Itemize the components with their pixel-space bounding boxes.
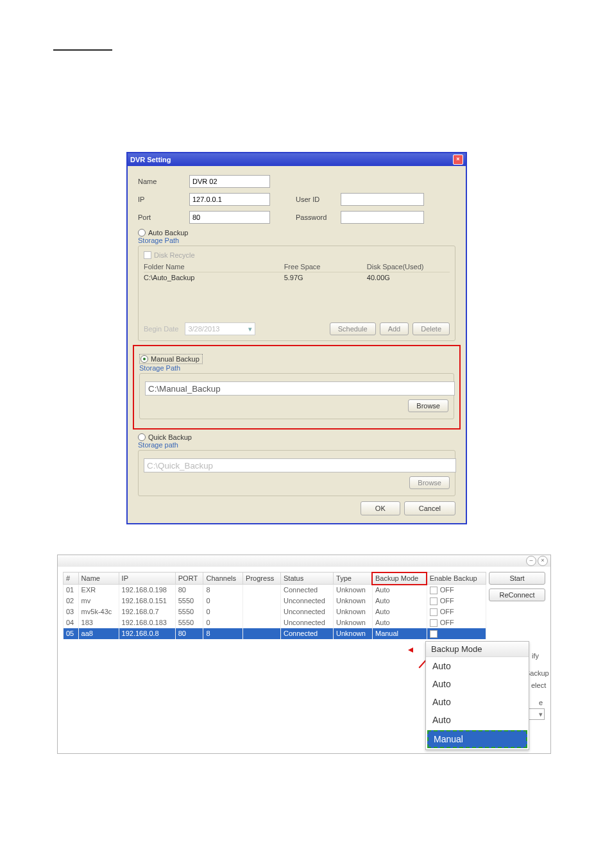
table-cell: 192.168.0.151 — [119, 596, 175, 606]
hdr-backup-mode[interactable]: Backup Mode — [372, 572, 427, 585]
dialog-titlebar[interactable]: DVR Setting × — [128, 153, 466, 166]
table-cell: Unknown — [334, 628, 373, 639]
begin-date-input[interactable]: 3/28/2013 ▾ — [185, 322, 255, 335]
table-row[interactable]: 04183192.168.0.18355500UnconnectedUnknow… — [64, 617, 486, 628]
userid-input[interactable] — [341, 193, 424, 206]
manual-storage-legend: Storage Path — [139, 364, 454, 372]
table-cell: Connected — [281, 585, 334, 596]
quick-path-input[interactable] — [144, 458, 456, 472]
table-cell: Unknown — [334, 606, 373, 617]
cell-used: 40.00G — [367, 274, 450, 281]
backup-mode-menu-title: Backup Mode — [426, 642, 529, 657]
radio-quick-backup[interactable]: Quick Backup — [138, 433, 455, 441]
disk-recycle-label: Disk Recycle — [154, 251, 195, 259]
radio-auto-backup[interactable]: Auto Backup — [138, 229, 455, 237]
table-row[interactable]: 01EXR192.168.0.198808ConnectedUnknownAut… — [64, 585, 486, 596]
enable-backup-cell[interactable]: OFF — [427, 606, 486, 617]
table-cell: 192.168.0.183 — [119, 617, 175, 628]
hdr-progress[interactable]: Progress — [243, 572, 281, 585]
hdr-name[interactable]: Name — [78, 572, 119, 585]
table-cell: Unknown — [334, 617, 373, 628]
enable-backup-cell[interactable] — [427, 628, 486, 639]
radio-manual-backup[interactable]: Manual Backup — [139, 354, 203, 364]
label-port: Port — [138, 213, 189, 221]
menu-item-auto[interactable]: Auto — [426, 693, 529, 711]
table-cell: 5550 — [175, 617, 203, 628]
radio-icon — [140, 355, 148, 363]
table-row[interactable]: 03mv5k-43c192.168.0.755500UnconnectedUnk… — [64, 606, 486, 617]
manual-path-input[interactable] — [145, 381, 455, 396]
checkbox-icon — [144, 251, 151, 259]
hdr-ip[interactable]: IP — [119, 572, 175, 585]
table-cell: Connected — [281, 628, 334, 639]
table-row[interactable]: 02mv192.168.0.15155500UnconnectedUnknown… — [64, 596, 486, 606]
enable-backup-cell[interactable]: OFF — [427, 585, 486, 596]
radio-quick-label: Quick Backup — [148, 433, 192, 441]
ip-input[interactable] — [189, 193, 270, 206]
disk-recycle-checkbox[interactable]: Disk Recycle — [144, 251, 450, 259]
close-icon[interactable]: × — [538, 556, 548, 566]
delete-button[interactable]: Delete — [412, 322, 450, 335]
checkbox-icon[interactable] — [430, 587, 438, 594]
label-password: Password — [296, 213, 341, 221]
menu-item-auto[interactable]: Auto — [426, 657, 529, 675]
manual-storage-fieldset: Browse — [139, 373, 454, 419]
start-button[interactable]: Start — [489, 572, 545, 585]
hdr-status[interactable]: Status — [281, 572, 334, 585]
menu-item-auto[interactable]: Auto — [426, 675, 529, 693]
radio-icon — [138, 229, 146, 237]
table-cell: 02 — [64, 596, 79, 606]
table-cell: mv — [78, 596, 119, 606]
side-label-select[interactable]: elect — [531, 681, 546, 689]
backup-mode-menu: Backup Mode Auto Auto Auto Auto Manual — [425, 641, 529, 750]
hdr-port[interactable]: PORT — [175, 572, 203, 585]
port-input[interactable] — [189, 211, 270, 224]
name-input[interactable] — [189, 175, 270, 188]
radio-manual-label: Manual Backup — [151, 355, 200, 363]
table-cell: 03 — [64, 606, 79, 617]
table-cell: Unconnected — [281, 617, 334, 628]
menu-item-manual-selected[interactable]: Manual — [427, 730, 527, 748]
close-icon[interactable]: × — [453, 154, 463, 165]
auto-storage-fieldset: Disk Recycle Folder Name Free Space Disk… — [138, 246, 455, 341]
quick-browse-button[interactable]: Browse — [409, 476, 450, 489]
table-cell: Auto — [372, 585, 427, 596]
table-cell: 01 — [64, 585, 79, 596]
checkbox-icon[interactable] — [430, 608, 438, 616]
checkbox-icon[interactable] — [430, 619, 438, 627]
add-button[interactable]: Add — [380, 322, 409, 335]
hdr-enable-backup[interactable]: Enable Backup — [427, 572, 486, 585]
table-cell: 80 — [175, 628, 203, 639]
table-cell: 0 — [203, 617, 243, 628]
side-label-e: e — [539, 699, 543, 706]
dvr-table: # Name IP PORT Channels Progress Status … — [63, 572, 486, 639]
table-row[interactable]: 05aa8192.168.0.8808ConnectedUnknownManua… — [64, 628, 486, 639]
row-port: Port Password — [138, 211, 455, 224]
reconnect-button[interactable]: ReConnect — [489, 588, 545, 601]
enable-backup-cell[interactable]: OFF — [427, 596, 486, 606]
checkbox-icon[interactable] — [430, 630, 438, 638]
cancel-button[interactable]: Cancel — [404, 501, 455, 515]
table-cell: aa8 — [78, 628, 119, 639]
table-cell — [243, 606, 281, 617]
quick-storage-fieldset: Browse — [138, 450, 455, 496]
enable-backup-cell[interactable]: OFF — [427, 617, 486, 628]
checkbox-icon[interactable] — [430, 597, 438, 605]
folder-table-row[interactable]: C:\Auto_Backup 5.97G 40.00G — [144, 272, 450, 283]
hdr-channels[interactable]: Channels — [203, 572, 243, 585]
hdr-free: Free Space — [284, 263, 367, 271]
schedule-button[interactable]: Schedule — [330, 322, 376, 335]
side-label-ify[interactable]: ify — [532, 652, 539, 660]
dialog-title: DVR Setting — [130, 156, 171, 163]
cell-free: 5.97G — [284, 274, 367, 281]
table-cell: Unknown — [334, 585, 373, 596]
table-cell: Unconnected — [281, 596, 334, 606]
begin-date-label: Begin Date — [144, 325, 178, 333]
ok-button[interactable]: OK — [361, 501, 400, 515]
manual-browse-button[interactable]: Browse — [408, 399, 448, 412]
password-input[interactable] — [341, 211, 424, 224]
hdr-number[interactable]: # — [64, 572, 79, 585]
minimize-icon[interactable]: – — [526, 556, 536, 566]
hdr-type[interactable]: Type — [334, 572, 373, 585]
menu-item-auto[interactable]: Auto — [426, 711, 529, 729]
